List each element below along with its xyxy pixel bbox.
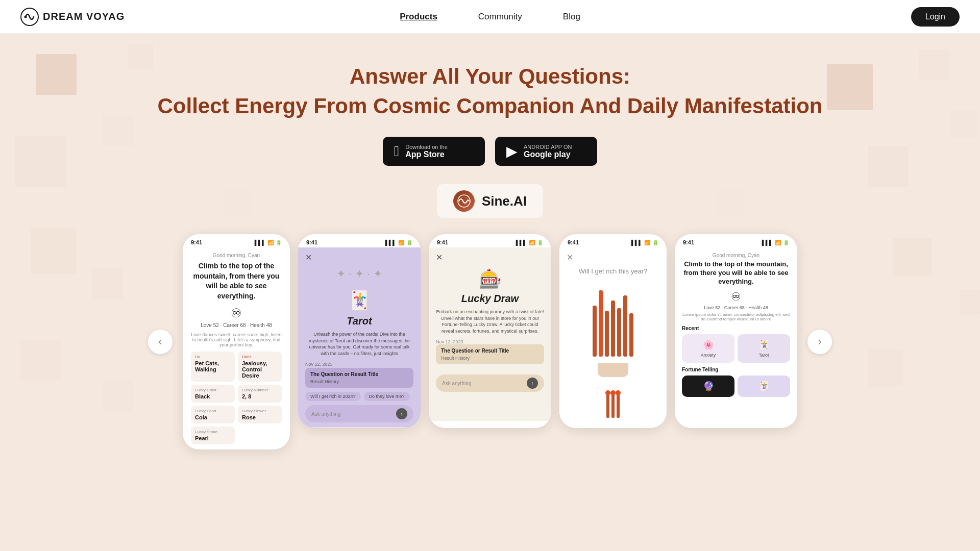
fortune-sticks [593, 285, 633, 357]
value-do: Pet Cats, Walking [195, 360, 231, 372]
phone3-icon: 🎰 [436, 268, 544, 290]
stick-6 [623, 295, 627, 357]
status-bar-4: 9:41 ▌▌▌ 📶 🔋 [559, 234, 667, 247]
phone-carousel: ‹ 9:41 ▌▌▌ 📶 🔋 Good morning, Cyan Climb … [0, 234, 980, 449]
logo-icon [20, 8, 39, 26]
label-color: Lucky Color [195, 388, 231, 392]
label-do: Do [195, 355, 231, 359]
carousel-right-arrow[interactable]: › [807, 330, 832, 354]
match-3 [617, 392, 620, 418]
phone3-result: The Question or Result Title Result Hist… [436, 344, 544, 364]
phone2-tag-3[interactable]: Can we still be fr [413, 392, 413, 401]
logo[interactable]: DREAM VOYAG [20, 8, 125, 26]
play-icon: ▶ [506, 143, 518, 160]
phone4-close-button[interactable]: ✕ [567, 253, 573, 262]
phone3-input-area[interactable]: Ask anything ↑ [436, 374, 544, 392]
google-play-sub: ANDROID APP ON [524, 144, 572, 150]
recent-grid: 🌸 Anxiety 🃏 Tarot [682, 334, 790, 363]
phone3-title: Lucky Draw [436, 293, 544, 305]
phone3-close-button[interactable]: ✕ [436, 253, 443, 262]
label-stone: Lucky Stone [195, 430, 231, 434]
phone3-desc: Embark on an enchanting journey with a t… [436, 309, 544, 334]
phone5-subdesc: Lorem ipsum dolor sit amet, consectetur … [682, 312, 790, 321]
phone3-content: ✕ 🎰 Lucky Draw Embark on an enchanting j… [429, 247, 551, 421]
stick-1 [593, 306, 597, 357]
tarot-recent-icon: 🃏 [758, 339, 770, 350]
sticks-cup [598, 363, 628, 377]
phone3-date: Nov 12, 2023 [436, 339, 544, 344]
phone2-tag-2[interactable]: Do they love me? [364, 392, 410, 401]
sine-badge: Sine.AI [437, 184, 543, 218]
login-button[interactable]: Login [911, 7, 960, 27]
phone-tarot: 9:41 ▌▌▌ 📶 🔋 ✕ ✦ · ✦ · ✦ 🃏 Tarot Unleash… [298, 234, 421, 428]
fortune-card-2[interactable]: 🃏 [738, 375, 790, 397]
stick-7 [629, 313, 633, 357]
nav-products[interactable]: Products [400, 12, 437, 22]
phone5-icon: ♾ [682, 290, 790, 304]
nav-blog[interactable]: Blog [563, 12, 580, 22]
phone1-food: Lucky Food Cola [191, 406, 235, 423]
phone2-input-area[interactable]: Ask anything ↑ [305, 405, 413, 422]
phone1-dont: Don't Jealousy, Control Desire [238, 352, 282, 382]
sine-text: Sine.AI [482, 193, 527, 209]
phone4-content: ✕ Will I get rich this year? [559, 247, 667, 423]
phone2-date: Nov 12, 2023 [305, 362, 413, 367]
value-color: Black [195, 393, 231, 399]
anxiety-label: Anxiety [701, 353, 716, 358]
stick-3 [605, 311, 609, 357]
time-4: 9:41 [568, 239, 579, 245]
phone5-greeting: Good morning, Cyan [682, 253, 790, 258]
app-store-sub: Download on the [405, 144, 448, 150]
label-food: Lucky Food [195, 409, 231, 413]
phone2-history[interactable]: Result History [310, 379, 408, 384]
phone2-result-title: The Question or Result Title [310, 371, 408, 377]
google-play-button[interactable]: ▶ ANDROID APP ON Google play [495, 137, 597, 166]
recent-tarot[interactable]: 🃏 Tarot [738, 334, 790, 363]
phone1-quote: Climb to the top of the mountain, from t… [191, 261, 282, 301]
hero-heading-1: Answer All Your Questions: [350, 64, 630, 89]
phone1-greeting: Good morning, Cyan [191, 253, 282, 258]
recent-anxiety[interactable]: 🌸 Anxiety [682, 334, 734, 363]
nav-community[interactable]: Community [478, 12, 522, 22]
match-1 [606, 392, 609, 418]
phone2-stars: ✦ · ✦ · ✦ [305, 262, 413, 286]
phone2-tags: Will I get rich in 2024? Do they love me… [305, 392, 413, 401]
phone3-send-button[interactable]: ↑ [527, 378, 538, 389]
phone3-history[interactable]: Result History [441, 356, 539, 361]
nav-links: Products Community Blog [400, 12, 580, 22]
stick-5 [617, 308, 621, 357]
phone1-color: Lucky Color Black [191, 385, 235, 403]
phone-lucky-draw: 9:41 ▌▌▌ 📶 🔋 ✕ 🎰 Lucky Draw Embark on an… [429, 234, 551, 428]
status-bar-3: 9:41 ▌▌▌ 📶 🔋 [429, 234, 551, 247]
phone1-grid: Do Pet Cats, Walking Don't Jealousy, Con… [191, 352, 282, 444]
phone2-close-button[interactable]: ✕ [305, 253, 312, 262]
value-stone: Pearl [195, 435, 231, 441]
phone1-sublabel: Love dances sweet, career soars high, li… [191, 332, 282, 347]
apple-icon:  [394, 143, 399, 160]
phone2-input-placeholder: Ask anything [311, 411, 392, 417]
app-store-main: App Store [405, 150, 448, 159]
label-number: Lucky Number [242, 388, 278, 392]
carousel-left-arrow[interactable]: ‹ [148, 330, 173, 354]
phone5-quote: Climb to the top of the mountain, from t… [682, 260, 790, 286]
cta-buttons:  Download on the App Store ▶ ANDROID AP… [383, 137, 597, 166]
fortune-icon-1: 🔮 [703, 381, 714, 392]
fortune-grid: 🔮 🃏 [682, 375, 790, 397]
phone2-send-button[interactable]: ↑ [396, 408, 407, 419]
fortune-label: Fortune Telling [682, 367, 790, 372]
hero-heading-2: Collect Energy From Cosmic Companion And… [158, 94, 823, 118]
phone5-stats: Love 52 · Career 68 · Health 48 [682, 305, 790, 310]
logo-text: DREAM VOYAG [43, 11, 125, 22]
value-food: Cola [195, 414, 231, 420]
status-bar-1: 9:41 ▌▌▌ 📶 🔋 [183, 234, 290, 247]
phone1-flower: Lucky Flower Rose [238, 406, 282, 423]
phone2-title: Tarot [305, 315, 413, 327]
phone2-tag-1[interactable]: Will I get rich in 2024? [305, 392, 361, 401]
fortune-card-1[interactable]: 🔮 [682, 375, 734, 397]
google-play-main: Google play [524, 150, 572, 159]
status-bar-5: 9:41 ▌▌▌ 📶 🔋 [675, 234, 797, 247]
phone1-content: Good morning, Cyan Climb to the top of t… [183, 247, 290, 449]
phone5-content: Good morning, Cyan Climb to the top of t… [675, 247, 797, 402]
app-store-button[interactable]:  Download on the App Store [383, 137, 485, 166]
phone2-desc: Unleash the power of the cards! Dive int… [305, 331, 413, 357]
